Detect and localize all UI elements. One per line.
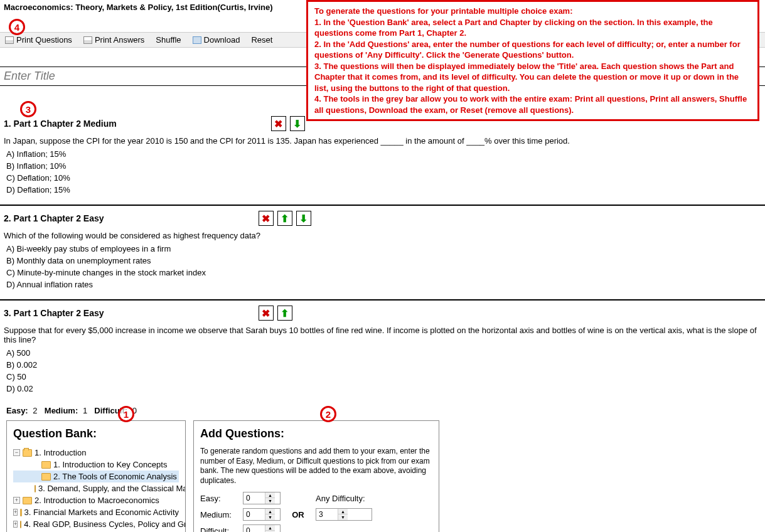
download-label: Download [204,35,240,45]
print-answers-label: Print Answers [95,35,144,45]
add-questions-panel: Add Questions: To generate random questi… [193,420,439,532]
shuffle-button[interactable]: Shuffle [156,35,181,45]
question-block: 1. Part 1 Chapter 2 Medium✖⬇In Japan, su… [0,111,765,202]
expand-icon[interactable]: + [13,509,18,516]
download-icon [193,36,201,44]
answer-option: C) Deflation; 10% [6,172,761,184]
question-text: Suppose that for every $5,000 increase i… [0,322,765,347]
tree-item-label: 1. Introduction to Key Concepts [53,460,167,469]
delete-question-button[interactable]: ✖ [259,306,274,321]
tree-item[interactable]: 1. Introduction to Key Concepts [13,459,179,471]
tree-item-label: 3. Demand, Supply, and the Classical Ma [38,484,186,493]
question-block: 3. Part 1 Chapter 2 Easy✖⬆Suppose that f… [0,299,765,401]
delete-question-button[interactable]: ✖ [259,211,274,226]
marker-2: 2 [320,406,336,422]
download-button[interactable]: Download [193,35,240,45]
tree-item[interactable]: +4. Real GDP, Business Cycles, Policy an… [13,518,179,530]
move-up-button[interactable]: ⬆ [277,211,292,226]
reset-label: Reset [251,35,272,45]
tree-item[interactable]: 2. The Tools of Economic Analysis [13,471,179,482]
print-questions-label: Print Questions [16,35,72,45]
marker-1: 1 [118,406,134,422]
exam-title-input[interactable] [4,70,280,83]
question-bank-panel: Question Bank: −1. Introduction1. Introd… [6,420,186,532]
difficulty-summary: Easy: 2 Medium: 1 Difficult: 0 [0,401,765,420]
difficult-label: Difficult: [200,526,238,532]
any-input[interactable] [316,509,338,520]
shuffle-label: Shuffle [156,35,181,45]
difficult-input[interactable] [243,525,265,532]
tree-item-label: 1. Introduction [35,448,86,457]
expand-icon[interactable]: + [13,521,18,528]
folder-icon [41,461,51,469]
easy-spinner[interactable]: ▲▼ [265,492,275,504]
question-answers: A) Inflation; 15%B) Inflation; 10%C) Def… [0,148,765,196]
answer-option: A) Inflation; 15% [6,148,761,160]
marker-4: 4 [9,19,25,35]
expand-icon[interactable]: + [13,497,20,504]
tree-item[interactable]: +2. Introduction to Macroeconomics [13,494,179,506]
easy-input[interactable] [243,492,265,504]
medium-spinner[interactable]: ▲▼ [265,509,275,520]
question-text: In Japan, suppose the CPI for the year 2… [0,132,765,148]
tree-item-label: 2. Introduction to Macroeconomics [35,496,159,505]
medium-label: Medium: [200,510,238,519]
answer-option: D) Deflation; 15% [6,184,761,196]
folder-icon [23,497,32,504]
folder-icon [41,473,51,481]
marker-3: 3 [20,101,36,117]
answer-option: B) 0.002 [6,359,761,371]
any-spinner[interactable]: ▲▼ [338,509,348,520]
answer-option: A) 500 [6,347,761,359]
reset-button[interactable]: Reset [251,35,272,45]
instruction-overlay: To generate the questions for your print… [306,0,759,121]
answer-option: D) 0.02 [6,383,761,395]
question-block: 2. Part 1 Chapter 2 Easy✖⬆⬇Which of the … [0,205,765,297]
move-up-button[interactable]: ⬆ [277,306,292,321]
question-answers: A) Bi-weekly pay stubs of employees in a… [0,243,765,290]
easy-label: Easy: [200,494,238,503]
or-label: OR [286,510,311,519]
question-answers: A) 500B) 0.002C) 50D) 0.02 [0,347,765,395]
folder-icon [35,485,36,492]
question-bank-tree: −1. Introduction1. Introduction to Key C… [13,447,179,530]
folder-icon [23,449,32,457]
folder-icon [20,509,21,516]
print-icon [5,36,14,44]
move-down-button[interactable]: ⬇ [290,116,305,131]
print-answers-button[interactable]: Print Answers [83,35,144,45]
tree-item-label: 3. Financial Markets and Economic Activi… [24,508,179,517]
answer-option: C) 50 [6,371,761,383]
tree-item[interactable]: −1. Introduction [13,447,179,459]
answer-option: B) Inflation; 10% [6,160,761,172]
answer-option: A) Bi-weekly pay stubs of employees in a… [6,243,761,255]
any-difficulty-label: Any Difficulty: [316,494,372,503]
answer-option: B) Monthly data on unemployment rates [6,255,761,267]
add-questions-title: Add Questions: [200,427,432,440]
print-icon [83,36,92,44]
add-questions-description: To generate random questions and add the… [200,447,432,486]
question-header: 1. Part 1 Chapter 2 Medium [4,119,117,129]
answer-option: C) Minute-by-minute changes in the stock… [6,267,761,279]
question-text: Which of the following would be consider… [0,227,765,243]
answer-option: D) Annual inflation rates [6,279,761,290]
medium-input[interactable] [243,509,265,520]
tree-item-label: 2. The Tools of Economic Analysis [53,472,177,481]
collapse-icon[interactable]: − [13,449,20,456]
delete-question-button[interactable]: ✖ [271,116,286,131]
print-questions-button[interactable]: Print Questions [5,35,72,45]
question-bank-title: Question Bank: [13,427,179,440]
tree-item-label: 4. Real GDP, Business Cycles, Policy and… [24,519,186,529]
tree-item[interactable]: 3. Demand, Supply, and the Classical Ma [13,482,179,494]
difficult-spinner[interactable]: ▲▼ [265,525,275,532]
move-down-button[interactable]: ⬇ [296,211,311,226]
folder-icon [20,521,21,528]
tree-item[interactable]: +3. Financial Markets and Economic Activ… [13,506,179,518]
question-header: 2. Part 1 Chapter 2 Easy [4,213,104,223]
question-header: 3. Part 1 Chapter 2 Easy [4,308,104,318]
